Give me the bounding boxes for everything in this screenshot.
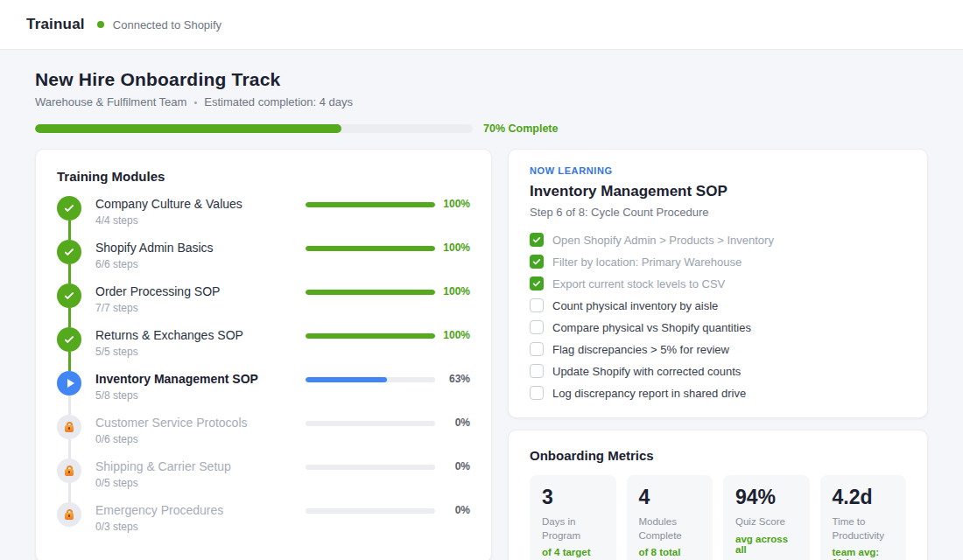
step-checklist: Open Shopify Admin > Products > Inventor… xyxy=(530,233,906,400)
module-percent: 100% xyxy=(435,198,470,210)
metric-value: 3 xyxy=(542,486,604,509)
module-progress-fill xyxy=(306,290,435,295)
overall-progress-track xyxy=(35,124,473,133)
checklist-label: Count physical inventory by aisle xyxy=(552,299,718,312)
metric-label: Modules Complete xyxy=(639,515,701,542)
module-progress-fill xyxy=(306,377,387,382)
checklist-label: Export current stock levels to CSV xyxy=(552,277,725,290)
top-header-bar: Trainual Connected to Shopify xyxy=(0,0,963,50)
module-name[interactable]: Inventory Management SOP xyxy=(95,372,306,386)
module-icon-col xyxy=(57,196,88,240)
module-percent: 0% xyxy=(435,460,470,472)
timeline-connector xyxy=(68,483,71,502)
now-learning-title: Inventory Management SOP xyxy=(530,183,906,200)
overall-progress-label: 70% Complete xyxy=(483,122,558,135)
metric-value: 4.2d xyxy=(833,486,895,509)
lock-icon xyxy=(57,458,81,483)
module-icon-col xyxy=(57,502,88,546)
module-icon-col xyxy=(57,458,88,502)
module-name[interactable]: Returns & Exchanges SOP xyxy=(95,328,306,342)
checklist-label: Update Shopify with corrected counts xyxy=(552,365,741,378)
module-progress-track xyxy=(306,202,435,207)
module-row-shipping-carrier: Shipping & Carrier Setup 0/5 steps 0% xyxy=(57,458,470,502)
metric-time-to-productivity: 4.2d Time to Productivity team avg: 11d xyxy=(820,475,907,560)
connection-status-text: Connected to Shopify xyxy=(113,18,221,32)
module-progress-track xyxy=(306,465,435,470)
module-steps: 5/8 steps xyxy=(95,389,306,402)
check-circle-icon xyxy=(57,284,81,308)
metric-label: Time to Productivity xyxy=(833,515,895,542)
checklist-label: Filter by location: Primary Warehouse xyxy=(552,256,742,269)
now-learning-panel: NOW LEARNING Inventory Management SOP St… xyxy=(508,149,928,418)
team-name: Warehouse & Fulfilment Team xyxy=(35,95,186,108)
checklist-item: Open Shopify Admin > Products > Inventor… xyxy=(530,233,906,247)
checklist-item: Compare physical vs Shopify quantities xyxy=(530,320,906,334)
module-icon-col xyxy=(57,284,88,327)
timeline-connector xyxy=(68,220,71,240)
overall-progress-row: 70% Complete xyxy=(35,122,928,135)
checkbox-unchecked-icon[interactable] xyxy=(530,298,544,312)
module-progress-track xyxy=(306,333,435,339)
metric-footnote: avg across all xyxy=(735,534,798,555)
module-icon-col xyxy=(57,415,88,458)
checklist-label: Compare physical vs Shopify quantities xyxy=(552,321,751,334)
metric-value: 4 xyxy=(639,486,701,509)
module-steps: 5/5 steps xyxy=(95,346,306,358)
metric-modules-complete: 4 Modules Complete of 8 total xyxy=(627,475,713,560)
module-steps: 0/5 steps xyxy=(95,477,306,489)
module-name[interactable]: Order Processing SOP xyxy=(95,284,306,298)
metric-footnote: of 4 target xyxy=(542,547,604,557)
now-learning-step: Step 6 of 8: Cycle Count Procedure xyxy=(530,206,906,219)
training-modules-title: Training Modules xyxy=(57,169,470,184)
page-subtitle: Warehouse & Fulfilment Team • Estimated … xyxy=(35,95,928,108)
module-row-order-processing[interactable]: Order Processing SOP 7/7 steps 100% xyxy=(57,284,470,327)
module-progress-track xyxy=(306,290,435,295)
onboarding-metrics-title: Onboarding Metrics xyxy=(530,448,906,463)
module-steps: 6/6 steps xyxy=(95,258,306,270)
metric-days-in-program: 3 Days in Program of 4 target xyxy=(530,475,616,560)
app-logo[interactable]: Trainual xyxy=(26,16,85,33)
checklist-label: Flag discrepancies > 5% for review xyxy=(552,343,729,356)
checkbox-unchecked-icon[interactable] xyxy=(530,364,544,378)
module-name: Customer Service Protocols xyxy=(95,416,306,430)
checkbox-checked-icon[interactable] xyxy=(530,233,544,247)
checklist-label: Open Shopify Admin > Products > Inventor… xyxy=(552,234,774,247)
onboarding-metrics-panel: Onboarding Metrics 3 Days in Program of … xyxy=(508,430,928,560)
module-percent: 0% xyxy=(435,504,470,516)
module-steps: 4/4 steps xyxy=(95,214,306,227)
timeline-connector xyxy=(68,308,71,327)
checkbox-checked-icon[interactable] xyxy=(530,255,544,269)
module-name[interactable]: Shopify Admin Basics xyxy=(95,241,306,255)
estimated-completion: Estimated completion: 4 days xyxy=(204,95,353,108)
checklist-label: Log discrepancy report in shared drive xyxy=(552,387,746,400)
module-steps: 7/7 steps xyxy=(95,302,306,314)
main-content: New Hire Onboarding Track Warehouse & Fu… xyxy=(0,50,963,560)
module-name[interactable]: Company Culture & Values xyxy=(95,197,306,211)
check-circle-icon xyxy=(57,327,81,352)
module-percent: 0% xyxy=(435,416,470,429)
metric-label: Quiz Score xyxy=(735,515,798,529)
checkbox-unchecked-icon[interactable] xyxy=(530,342,544,356)
metric-grid: 3 Days in Program of 4 target 4 Modules … xyxy=(530,475,906,560)
module-name: Shipping & Carrier Setup xyxy=(95,459,306,473)
module-icon-col xyxy=(57,327,88,371)
checklist-item: Filter by location: Primary Warehouse xyxy=(530,255,906,269)
checkbox-checked-icon[interactable] xyxy=(530,276,544,290)
module-row-returns-exchanges[interactable]: Returns & Exchanges SOP 5/5 steps 100% xyxy=(57,327,470,371)
timeline-connector xyxy=(68,439,71,458)
module-progress-fill xyxy=(306,246,435,251)
checklist-item: Export current stock levels to CSV xyxy=(530,276,906,290)
checklist-item: Flag discrepancies > 5% for review xyxy=(530,342,906,356)
metric-value: 94% xyxy=(735,486,798,509)
module-row-shopify-admin[interactable]: Shopify Admin Basics 6/6 steps 100% xyxy=(57,240,470,284)
page-title: New Hire Onboarding Track xyxy=(35,69,928,90)
checkbox-unchecked-icon[interactable] xyxy=(530,386,544,400)
checkbox-unchecked-icon[interactable] xyxy=(530,320,544,334)
module-icon-col xyxy=(57,240,88,284)
module-progress-fill xyxy=(306,202,435,207)
module-row-inventory-management[interactable]: Inventory Management SOP 5/8 steps 63% xyxy=(57,371,470,415)
module-percent: 100% xyxy=(435,242,470,254)
module-percent: 63% xyxy=(435,373,470,385)
play-circle-icon xyxy=(57,371,81,396)
module-row-company-culture[interactable]: Company Culture & Values 4/4 steps 100% xyxy=(57,196,470,240)
